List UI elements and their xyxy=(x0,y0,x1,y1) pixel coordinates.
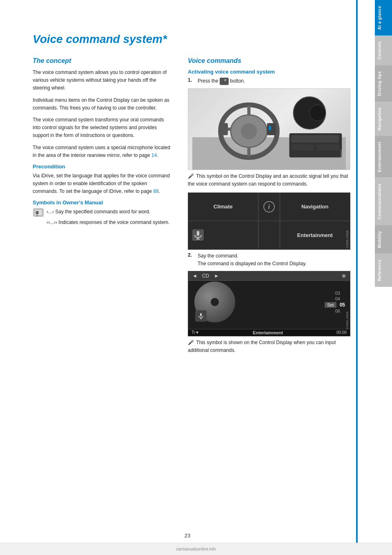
step-2-number: 2. xyxy=(188,252,194,268)
step-2-content: Say the command.The command is displayed… xyxy=(198,252,307,268)
menu-climate: Climate xyxy=(188,193,258,221)
menu-voice-area xyxy=(188,221,258,249)
cd-track-05: 05 xyxy=(340,302,345,308)
voice-button-icon: 🎤 xyxy=(220,78,229,85)
sidebar-tab-communications[interactable]: Communications xyxy=(375,178,392,225)
cd-track-indicator: Tr▼ xyxy=(192,330,199,335)
voice-symbol-icon xyxy=(33,208,44,217)
image1-caption-text: This symbol on the Control Display and a… xyxy=(188,173,348,187)
concept-section-title: The concept xyxy=(33,57,172,65)
cd-track-03: 03 xyxy=(241,291,347,295)
cd-time: 00:00 xyxy=(336,330,347,335)
sidebar-tab-controls[interactable]: Controls xyxy=(375,36,392,65)
image2-caption: 🎤 This symbol is shown on the Control Di… xyxy=(188,339,350,354)
step-1: 1. Press the 🎤 button. xyxy=(188,77,350,85)
svg-rect-21 xyxy=(317,145,339,151)
page-link-88[interactable]: 88 xyxy=(153,188,158,194)
cd-tracklist: 03 04 Set 05 06 xyxy=(241,281,350,323)
two-column-layout: The concept The voice command system all… xyxy=(33,57,350,358)
sidebar-tab-entertainment[interactable]: Entertainment xyxy=(375,136,392,178)
svg-text:VYCC-185WV: VYCC-185WV xyxy=(340,150,343,168)
steering-wheel-image: VYCC-185WV xyxy=(188,88,350,170)
main-content: Voice command system* The concept The vo… xyxy=(0,0,375,555)
precondition-title: Precondition xyxy=(33,163,172,170)
page-container: Voice command system* The concept The vo… xyxy=(0,0,392,555)
symbol-response-text: ‹‹...›› Indicates responses of the voice… xyxy=(47,219,172,226)
page-number: 23 xyxy=(185,533,190,539)
menu-center-icon: i xyxy=(258,193,280,221)
cd-screen-image: ◄ CD ► ⊕ xyxy=(188,271,350,336)
menu-navigation: Navigation xyxy=(280,193,350,221)
menu-screen-image: Climate i Navigation xyxy=(188,192,350,250)
bottom-logo: carmanualsonline.info xyxy=(176,547,216,551)
precondition-text: Via iDrive, set the language that applie… xyxy=(33,172,172,196)
cd-track-05-row: Set 05 xyxy=(241,302,347,308)
cd-settings-icon: ⊕ xyxy=(342,273,346,279)
page-link-14[interactable]: 14 xyxy=(151,152,157,158)
svg-rect-15 xyxy=(269,125,271,130)
blue-accent-line xyxy=(356,0,358,555)
step-2: 2. Say the command.The command is displa… xyxy=(188,252,350,268)
svg-point-17 xyxy=(310,105,326,121)
symbol-say-word: ›...‹ Say the specified commands word fo… xyxy=(47,208,150,216)
cd-prev-icon: ◄ xyxy=(192,273,197,279)
sidebar-tab-at-a-glance[interactable]: At a glance xyxy=(375,0,392,36)
voice-commands-title: Voice commands xyxy=(188,57,350,65)
activating-title: Activating voice command system xyxy=(188,69,350,75)
svg-rect-14 xyxy=(267,123,276,135)
cd-next-icon: ► xyxy=(214,273,219,279)
steering-sketch: VYCC-185WV xyxy=(188,89,350,170)
concept-para-3: The voice command system transforms your… xyxy=(33,116,172,140)
menu-center-bottom xyxy=(258,221,280,249)
image2-caption-text: This symbol is shown on the Control Disp… xyxy=(188,340,336,353)
image1-caption: 🎤 This symbol on the Control Display and… xyxy=(188,172,350,188)
menu-entertainment: Entertainment xyxy=(280,221,350,249)
symbol-row-1: ›...‹ Say the specified commands word fo… xyxy=(33,208,172,217)
caption2-mic-icon: 🎤 xyxy=(188,339,194,347)
sidebar-tab-navigation[interactable]: Navigation xyxy=(375,102,392,136)
menu-watermark: CVNS-150A xyxy=(345,231,349,248)
page-title: Voice command system* xyxy=(33,33,350,46)
bottom-bar: carmanualsonline.info xyxy=(0,543,392,555)
svg-rect-13 xyxy=(220,123,228,135)
svg-rect-20 xyxy=(291,145,313,151)
svg-rect-19 xyxy=(291,135,339,143)
concept-para-1: The voice command system allows you to c… xyxy=(33,69,172,92)
step-1-number: 1. xyxy=(188,77,194,85)
caption-mic-icon: 🎤 xyxy=(188,172,194,180)
svg-point-12 xyxy=(241,123,257,139)
svg-rect-2 xyxy=(37,211,38,214)
right-column: Voice commands Activating voice command … xyxy=(188,57,350,358)
step-1-content: Press the 🎤 button. xyxy=(198,77,245,85)
sidebar-tab-driving-tips[interactable]: Driving tips xyxy=(375,65,392,102)
concept-para-2: Individual menu items on the Control Dis… xyxy=(33,96,172,112)
svg-rect-27 xyxy=(200,313,202,316)
left-column: The concept The voice command system all… xyxy=(33,57,172,358)
sidebar-tab-reference[interactable]: Reference xyxy=(375,254,392,287)
symbols-title: Symbols in Owner's Manual xyxy=(33,199,172,206)
cd-track-06: 06 xyxy=(241,309,347,313)
cd-disc-area xyxy=(188,281,241,323)
mic-icon xyxy=(33,208,44,217)
symbol-text-1: ›...‹ Say the specified commands word fo… xyxy=(47,208,150,216)
cd-footer: Tr▼ Entertainment 00:00 xyxy=(188,329,350,336)
sidebar-tab-mobility[interactable]: Mobility xyxy=(375,225,392,254)
svg-rect-24 xyxy=(197,231,199,236)
cd-entertainment-label: Entertainment xyxy=(253,330,283,335)
cd-set-label: Set xyxy=(325,302,336,308)
concept-para-4: The voice command system uses a special … xyxy=(33,144,172,159)
cd-track-04: 04 xyxy=(241,296,347,301)
cd-watermark: CVNS-150A xyxy=(345,311,349,329)
cd-label: CD xyxy=(202,273,209,279)
sidebar: At a glance Controls Driving tips Naviga… xyxy=(375,0,392,555)
